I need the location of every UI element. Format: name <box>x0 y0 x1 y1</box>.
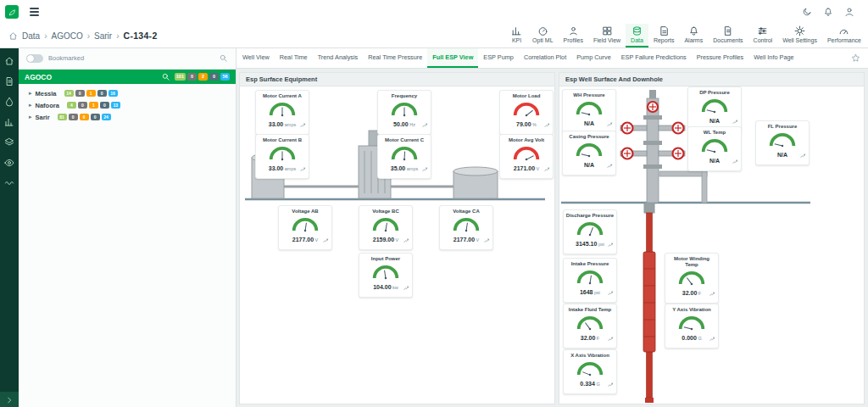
trend-icon[interactable] <box>403 232 409 248</box>
trend-icon[interactable] <box>608 237 614 252</box>
bookmarked-toggle[interactable] <box>26 54 43 63</box>
trend-icon[interactable] <box>323 232 329 248</box>
tab-correlation-plot[interactable]: Correlation Plot <box>519 47 571 68</box>
nav-rail-items <box>4 56 14 188</box>
breadcrumb-item-c-134-2[interactable]: C-134-2 <box>124 31 158 41</box>
trend-icon[interactable] <box>800 148 806 163</box>
toolbar-item-reports[interactable]: Reports <box>648 24 680 47</box>
trend-icon[interactable] <box>732 153 738 169</box>
trend-icon[interactable] <box>484 232 490 248</box>
expander-icon[interactable]: ▸ <box>29 90 32 97</box>
toolbar-item-performance[interactable]: Performance <box>822 24 866 47</box>
network-icon[interactable] <box>4 137 14 148</box>
gauge-title: Y Axis Vibration <box>667 307 716 313</box>
gauge-motor-current-b[interactable]: Motor Current B33.00 amps <box>255 134 309 179</box>
toolbar-item-profiles[interactable]: Profiles <box>559 24 588 47</box>
trend-icon[interactable] <box>544 117 550 132</box>
app-logo[interactable] <box>5 5 19 19</box>
gauge-motor-winding-temp[interactable]: Motor Winding Temp32.00 F <box>665 253 719 304</box>
tab-full-esp-view[interactable]: Full ESP View <box>427 47 478 68</box>
tree-item-nafoora[interactable]: ▸Nafoora401013 <box>19 99 236 111</box>
expander-icon[interactable]: ▸ <box>29 102 32 109</box>
toolbar-item-alarms[interactable]: Alarms <box>679 24 708 47</box>
trend-icon[interactable] <box>422 117 428 132</box>
topbar-actions <box>802 7 860 17</box>
gauge-title: Voltage AB <box>281 209 330 215</box>
toolbar-item-field-view[interactable]: Field View <box>588 24 626 47</box>
trend-icon[interactable] <box>607 116 613 131</box>
trend-icon[interactable] <box>709 331 715 346</box>
tab-pump-curve[interactable]: Pump Curve <box>571 47 616 68</box>
tab-trend-analysis[interactable]: Trend Analysis <box>313 47 364 68</box>
gauge-discharge-pressure[interactable]: Discharge Pressure3145.10 psi <box>563 209 617 254</box>
breadcrumb-item-data[interactable]: Data <box>22 31 40 41</box>
gauge-voltage-ab[interactable]: Voltage AB2177.00 V <box>278 205 332 250</box>
tree-root-agoco[interactable]: AGOCO 10102056 <box>19 70 236 84</box>
trend-icon[interactable] <box>544 161 550 176</box>
toolbar-item-control[interactable]: Control <box>748 24 778 47</box>
gauge-motor-avg-volt[interactable]: Motor Avg Volt2171.00 V <box>499 134 554 179</box>
analytics-icon[interactable] <box>4 117 14 127</box>
gauge-intake-fluid-temp[interactable]: Intake Fluid Temp32.00 F <box>563 304 617 348</box>
count-badge: 81 <box>58 114 67 120</box>
toolbar-item-well-settings[interactable]: Well Settings <box>777 24 822 47</box>
gauge-fl-pressure[interactable]: FL PressureN/A <box>755 120 810 165</box>
wells-icon[interactable] <box>4 97 14 107</box>
tab-pressure-profiles[interactable]: Pressure Profiles <box>692 47 749 68</box>
gauge-motor-current-a[interactable]: Motor Current A33.00 amps <box>255 90 309 135</box>
gauge-x-axis-vibration[interactable]: X Axis Vibration0.334 G <box>563 349 617 394</box>
monitoring-icon[interactable] <box>4 158 14 168</box>
trend-icon[interactable] <box>300 161 306 176</box>
gauge-dp-pressure[interactable]: DP PressureN/A <box>687 86 742 131</box>
gauge-input-power[interactable]: Input Power104.00 kw <box>359 253 413 298</box>
trend-icon[interactable] <box>422 161 428 176</box>
dashboard-icon[interactable] <box>4 56 14 66</box>
toolbar-item-label: Alarms <box>684 37 703 43</box>
breadcrumb-item-sarir[interactable]: Sarir <box>94 31 112 41</box>
gauge-voltage-ca[interactable]: Voltage CA2177.00 V <box>439 205 493 250</box>
gauge-voltage-bc[interactable]: Voltage BC2159.00 V <box>359 205 413 250</box>
count-badge: 0 <box>97 90 107 97</box>
documents-icon[interactable] <box>4 76 14 86</box>
trend-icon[interactable] <box>607 158 613 173</box>
trend-icon[interactable] <box>403 280 409 295</box>
tab-well-view[interactable]: Well View <box>237 47 275 68</box>
trend-icon[interactable] <box>709 286 715 301</box>
trend-icon[interactable] <box>300 117 306 132</box>
search-icon[interactable] <box>161 72 170 81</box>
tab-esp-failure-predictions[interactable]: ESP Failure Predictions <box>616 47 692 68</box>
toolbar-item-opti-ml[interactable]: Opti ML <box>527 24 559 47</box>
sidebar-expand-button[interactable] <box>0 392 19 407</box>
tree-item-sarir[interactable]: ▸Sarir8100024 <box>19 111 236 123</box>
tab-real-time-pressure[interactable]: Real Time Pressure <box>363 47 427 68</box>
trend-icon[interactable] <box>608 331 614 346</box>
breadcrumb-item-agoco[interactable]: AGOCO <box>51 31 82 41</box>
trend-icon[interactable] <box>608 285 614 300</box>
tab-esp-pump[interactable]: ESP Pump <box>478 47 519 68</box>
toolbar-item-documents[interactable]: Documents <box>708 24 748 47</box>
toolbar-item-data[interactable]: Data <box>626 24 648 47</box>
gauge-intake-pressure[interactable]: Intake Pressure1648 psi <box>563 258 617 303</box>
gauge-dial <box>574 268 606 286</box>
expander-icon[interactable]: ▸ <box>29 114 32 120</box>
gauge-wh-pressure[interactable]: WH PressureN/A <box>562 89 616 134</box>
gauge-frequency[interactable]: Frequency50.00 Hz <box>377 90 431 135</box>
gauge-casing-pressure[interactable]: Casing PressureN/A <box>562 131 616 176</box>
tab-real-time[interactable]: Real Time <box>275 47 313 68</box>
favorite-star-icon[interactable] <box>845 47 866 68</box>
gauge-title: Motor Load <box>502 93 551 99</box>
tab-well-info-page[interactable]: Well Info Page <box>748 47 798 68</box>
search-icon[interactable] <box>219 53 228 63</box>
gauge-motor-load[interactable]: Motor Load79.00 % <box>499 90 554 135</box>
toolbar-item-kpi[interactable]: KPI <box>506 24 527 47</box>
notifications-icon[interactable] <box>823 7 833 17</box>
profile-icon[interactable] <box>844 7 854 17</box>
theme-toggle-icon[interactable] <box>802 7 812 17</box>
gauge-wl-temp[interactable]: WL TempN/A <box>687 126 742 171</box>
trend-icon[interactable] <box>608 376 614 392</box>
tree-item-messla[interactable]: ▸Messla1401016 <box>19 87 236 99</box>
menu-icon[interactable] <box>28 4 41 19</box>
gauge-motor-current-c[interactable]: Motor Current C35.00 amps <box>377 134 431 179</box>
signals-icon[interactable] <box>4 178 14 188</box>
gauge-y-axis-vibration[interactable]: Y Axis Vibration0.000 G <box>665 304 719 348</box>
